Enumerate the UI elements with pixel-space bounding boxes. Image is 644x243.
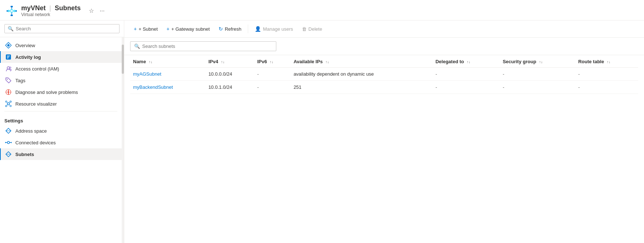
sidebar-search-area: 🔍	[0, 20, 124, 37]
svg-point-24	[5, 101, 7, 102]
table-row: myBackendSubnet 10.0.1.0/24 - 251 - - -	[130, 81, 638, 94]
sidebar-scrollbar-thumb	[122, 45, 124, 74]
sidebar-item-label-subnets: Subnets	[15, 152, 34, 157]
sidebar-item-activity-log[interactable]: Activity log	[0, 51, 122, 63]
subnets-table-area: Name ↑↓ IPv4 ↑↓ IPv6 ↑↓ Available IPs	[124, 55, 644, 243]
content-search-box[interactable]: 🔍	[130, 41, 276, 51]
row1-delegated-to: -	[432, 68, 500, 81]
resource-name: myVNet	[21, 4, 46, 12]
resource-visualizer-icon	[5, 100, 12, 107]
sidebar-item-diagnose[interactable]: Diagnose and solve problems	[0, 86, 122, 98]
delete-label: Delete	[308, 26, 322, 32]
svg-line-30	[7, 105, 8, 105]
col-header-name[interactable]: Name ↑↓	[130, 55, 205, 68]
sidebar-item-label-access-control: Access control (IAM)	[15, 66, 59, 72]
svg-point-38	[11, 142, 12, 143]
svg-point-25	[10, 101, 11, 102]
svg-point-19	[7, 79, 8, 80]
sidebar-item-label-resource-visualizer: Resource visualizer	[15, 101, 57, 107]
subnets-icon	[5, 151, 12, 157]
col-header-ipv6[interactable]: IPv6 ↑↓	[254, 55, 291, 68]
sidebar-item-connected-devices[interactable]: Connected devices	[0, 137, 122, 148]
col-header-ipv4[interactable]: IPv4 ↑↓	[205, 55, 254, 68]
table-header-row: Name ↑↓ IPv4 ↑↓ IPv6 ↑↓ Available IPs	[130, 55, 638, 68]
sidebar-search-input[interactable]	[16, 26, 116, 31]
sidebar-item-subnets[interactable]: Subnets	[0, 148, 122, 160]
name-sort-icon[interactable]: ↑↓	[149, 60, 152, 64]
sidebar-item-label-address-space: Address space	[15, 128, 47, 134]
row2-available-ips: 251	[291, 81, 432, 94]
myagsubnet-link[interactable]: myAGSubnet	[133, 71, 161, 77]
row2-ipv4: 10.0.1.0/24	[205, 81, 254, 94]
sidebar-search-icon: 🔍	[8, 26, 14, 31]
add-subnet-button[interactable]: + + Subnet	[130, 24, 162, 34]
add-gateway-subnet-button[interactable]: + + Gateway subnet	[163, 24, 213, 34]
ipv4-sort-icon[interactable]: ↑↓	[221, 60, 225, 64]
address-space-icon	[5, 128, 12, 134]
toolbar: + + Subnet + + Gateway subnet ↻ Refresh …	[124, 20, 644, 38]
ipv6-sort-icon[interactable]: ↑↓	[270, 60, 273, 64]
refresh-button[interactable]: ↻ Refresh	[215, 24, 245, 34]
sidebar-item-label-overview: Overview	[15, 43, 35, 48]
settings-divider	[4, 111, 117, 111]
sidebar-item-address-space[interactable]: Address space	[0, 125, 122, 137]
delete-icon: 🗑	[302, 26, 307, 32]
manage-users-icon: 👤	[255, 26, 261, 32]
col-header-available-ips[interactable]: Available IPs ↑↓	[291, 55, 432, 68]
subnets-table: Name ↑↓ IPv4 ↑↓ IPv6 ↑↓ Available IPs	[130, 55, 638, 94]
main-layout: 🔍 Overview Activity log	[0, 20, 644, 243]
add-gateway-icon: +	[167, 26, 170, 32]
mybackendsubnet-link[interactable]: myBackendSubnet	[133, 84, 173, 90]
row1-route-table: -	[575, 68, 638, 81]
route-table-sort-icon[interactable]: ↑↓	[607, 60, 610, 64]
content-search-area: 🔍	[124, 38, 644, 55]
svg-marker-12	[7, 44, 10, 47]
svg-line-31	[9, 105, 10, 105]
svg-rect-2	[11, 6, 13, 7]
page-header: myVNet | Subnets Virtual network ☆ ···	[0, 0, 644, 20]
row1-available-ips: availability dependent on dynamic use	[291, 68, 432, 81]
svg-point-34	[7, 141, 10, 144]
subnet-search-input[interactable]	[142, 43, 272, 49]
activity-log-icon	[5, 54, 12, 60]
row2-route-table: -	[575, 81, 638, 94]
page-title: Subnets	[55, 4, 81, 12]
settings-section-header: Settings	[0, 113, 122, 125]
favorite-button[interactable]: ☆	[87, 6, 95, 16]
sidebar-nav: Overview Activity log Access control (IA…	[0, 37, 122, 243]
title-separator: |	[49, 4, 51, 12]
sidebar-search-box[interactable]: 🔍	[4, 24, 120, 33]
sidebar-item-label-connected-devices: Connected devices	[15, 140, 56, 145]
col-header-route-table[interactable]: Route table ↑↓	[575, 55, 638, 68]
row1-ipv4: 10.0.0.0/24	[205, 68, 254, 81]
title-block: myVNet | Subnets Virtual network	[21, 4, 81, 17]
col-header-security-group[interactable]: Security group ↑↓	[500, 55, 575, 68]
row1-name: myAGSubnet	[130, 68, 205, 81]
manage-users-label: Manage users	[263, 26, 293, 32]
delegated-to-sort-icon[interactable]: ↑↓	[467, 60, 470, 64]
refresh-icon: ↻	[219, 26, 223, 32]
row1-security-group: -	[500, 68, 575, 81]
sidebar-item-resource-visualizer[interactable]: Resource visualizer	[0, 98, 122, 110]
sidebar-scrollbar[interactable]	[122, 37, 124, 243]
svg-point-27	[10, 105, 11, 107]
sidebar-item-label-activity-log: Activity log	[15, 54, 41, 60]
vnet-logo-icon	[6, 5, 18, 17]
col-header-delegated-to[interactable]: Delegated to ↑↓	[432, 55, 500, 68]
more-options-button[interactable]: ···	[98, 6, 106, 16]
row1-ipv6: -	[254, 68, 291, 81]
available-ips-sort-icon[interactable]: ↑↓	[326, 60, 329, 64]
sidebar-item-label-tags: Tags	[15, 78, 25, 83]
svg-line-28	[7, 102, 8, 103]
svg-rect-3	[11, 15, 13, 16]
security-group-sort-icon[interactable]: ↑↓	[539, 60, 543, 64]
sidebar: 🔍 Overview Activity log	[0, 20, 124, 243]
delete-button[interactable]: 🗑 Delete	[298, 24, 326, 34]
sidebar-item-overview[interactable]: Overview	[0, 39, 122, 51]
sidebar-item-access-control[interactable]: Access control (IAM)	[0, 63, 122, 75]
sidebar-item-tags[interactable]: Tags	[0, 75, 122, 86]
main-content: + + Subnet + + Gateway subnet ↻ Refresh …	[124, 20, 644, 243]
row2-name: myBackendSubnet	[130, 81, 205, 94]
manage-users-button[interactable]: 👤 Manage users	[251, 24, 296, 34]
add-subnet-icon: +	[134, 26, 137, 32]
